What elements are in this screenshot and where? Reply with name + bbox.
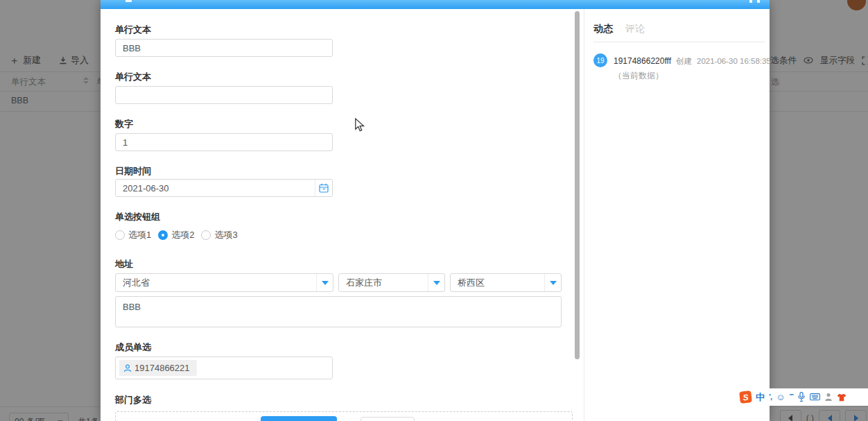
radio-group: 选项1 选项2 选项3 [115, 229, 238, 241]
activity-user: 19174866220fff [614, 56, 671, 66]
member-chip[interactable]: 19174866221 [119, 360, 197, 376]
single-line-text-input-2[interactable] [115, 86, 333, 104]
form-scrollbar[interactable] [575, 11, 580, 359]
activity-action: 创建 [676, 56, 692, 67]
number-input[interactable]: 1 [115, 133, 333, 151]
radio-unselected-icon[interactable] [115, 230, 125, 240]
record-form: 单行文本 BBB 单行文本 数字 1 日期时间 2021-06-30 单选按钮组 [101, 9, 584, 421]
radio-unselected-icon[interactable] [201, 230, 211, 240]
activity-timestamp: 2021-06-30 16:58:35 [697, 57, 771, 65]
radio-selected-icon[interactable] [158, 230, 168, 240]
field-label-member-select: 成员单选 [115, 341, 151, 354]
member-chip-label: 19174866221 [134, 363, 190, 373]
chevron-down-icon [550, 281, 557, 285]
field-label-number: 数字 [115, 118, 133, 130]
ime-punctuation-icon[interactable]: ’, [769, 393, 772, 401]
cancel-button[interactable] [361, 417, 415, 421]
select-arrow-button[interactable] [316, 274, 333, 291]
panel-tabs: 动态 评论 [593, 23, 645, 35]
radio-option-3[interactable]: 选项3 [201, 229, 237, 241]
datetime-input[interactable]: 2021-06-30 [115, 179, 333, 197]
field-label-datetime: 日期时间 [115, 165, 151, 178]
department-multiselect-box[interactable] [115, 411, 573, 421]
radio-option-3-label: 选项3 [214, 229, 237, 241]
ime-emoji-icon[interactable]: ☺ [776, 393, 785, 402]
select-arrow-button[interactable] [428, 274, 444, 291]
select-arrow-button[interactable] [544, 274, 561, 291]
close-icon[interactable] [749, 0, 760, 3]
calendar-icon [319, 183, 329, 193]
ime-chinese-mode-icon[interactable]: 中 [756, 393, 765, 402]
radio-option-1[interactable]: 选项1 [115, 229, 151, 241]
tab-comments[interactable]: 评论 [625, 23, 645, 35]
activity-note: （当前数据） [614, 70, 663, 82]
record-detail-modal: 单行文本 BBB 单行文本 数字 1 日期时间 2021-06-30 单选按钮组 [101, 0, 770, 421]
field-label-single-line-text: 单行文本 [115, 24, 151, 36]
address-detail-textarea[interactable]: BBB [115, 296, 562, 327]
modal-header [101, 0, 770, 9]
province-value: 河北省 [116, 277, 316, 289]
avatar: 19 [593, 53, 607, 67]
radio-option-1-label: 选项1 [128, 229, 151, 241]
member-select-input[interactable]: 19174866221 [115, 356, 333, 379]
ime-skin-icon[interactable] [837, 393, 847, 402]
city-select[interactable]: 石家庄市 [338, 273, 445, 292]
chevron-down-icon [322, 281, 329, 285]
confirm-button[interactable] [261, 416, 337, 421]
tab-divider [593, 42, 765, 42]
ime-person-icon[interactable] [824, 393, 833, 402]
activity-item: 19174866220fff 创建 2021-06-30 16:58:35 [614, 56, 771, 67]
district-select[interactable]: 桥西区 [450, 273, 562, 292]
field-label-address: 地址 [115, 258, 133, 270]
single-line-text-input[interactable]: BBB [115, 39, 333, 57]
ime-face-icon[interactable]: ˆˆ [789, 393, 792, 401]
modal-title-remnant [125, 0, 132, 2]
radio-option-2[interactable]: 选项2 [158, 229, 194, 241]
province-select[interactable]: 河北省 [115, 273, 333, 292]
ime-mic-icon[interactable] [797, 392, 806, 402]
ime-keyboard-icon[interactable] [810, 393, 820, 401]
screen: ＋ 新建 导入 筛选条件 显示字段 单行文本 单 选 BBB 00 条 [0, 0, 868, 421]
ime-toolbar: S 中 ’, ☺ ˆˆ [736, 388, 868, 406]
field-label-radio-group: 单选按钮组 [115, 211, 160, 223]
user-icon [123, 364, 132, 372]
chevron-down-icon [433, 281, 440, 285]
activity-panel: 动态 评论 19 19174866220fff 创建 2021-06-30 16… [584, 9, 770, 421]
field-label-single-line-text-2: 单行文本 [115, 71, 151, 83]
sogou-logo-icon[interactable]: S [739, 390, 752, 404]
cursor-icon [354, 118, 366, 135]
district-value: 桥西区 [451, 277, 544, 289]
tab-activity[interactable]: 动态 [593, 23, 613, 35]
datetime-value: 2021-06-30 [116, 183, 315, 194]
radio-option-2-label: 选项2 [171, 229, 194, 241]
calendar-button[interactable] [315, 180, 332, 196]
city-value: 石家庄市 [339, 277, 428, 289]
field-label-department-multiselect: 部门多选 [115, 394, 151, 406]
